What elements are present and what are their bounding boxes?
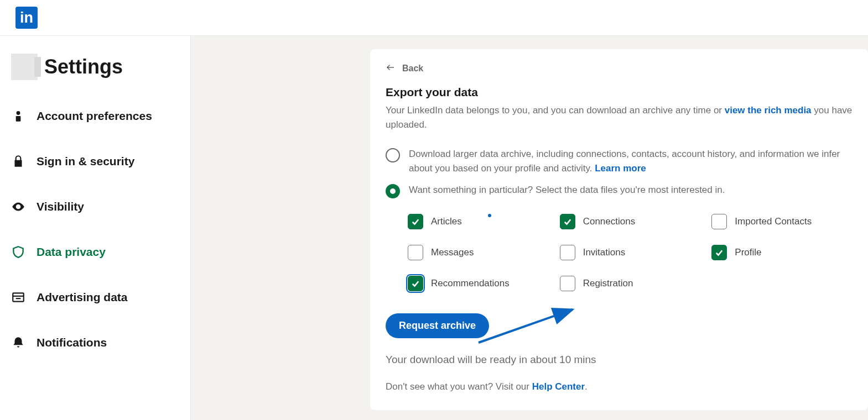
checkbox-label: Imported Contacts [735, 216, 812, 227]
content-area: Back Export your data Your LinkedIn data… [191, 36, 868, 420]
checkbox-label: Messages [431, 247, 474, 258]
radio-full-archive[interactable] [386, 148, 400, 162]
bell-icon [11, 335, 25, 350]
checkbox-label: Invitations [583, 247, 626, 258]
request-archive-button[interactable]: Request archive [386, 313, 489, 338]
linkedin-logo[interactable]: in [15, 7, 38, 29]
svg-rect-2 [13, 293, 24, 301]
help-center-link[interactable]: Help Center [532, 381, 585, 392]
settings-sidebar: Settings Account preferences Sign in & s… [0, 36, 191, 420]
person-icon [11, 109, 25, 123]
checkbox-registration[interactable] [560, 276, 575, 291]
sidebar-item-notifications[interactable]: Notifications [0, 320, 190, 365]
section-description: Your LinkedIn data belongs to you, and y… [386, 103, 853, 132]
download-note: Your download will be ready in about 10 … [386, 354, 853, 366]
decorative-dot [488, 214, 491, 217]
section-title: Export your data [386, 86, 853, 99]
radio-particular[interactable] [386, 184, 400, 198]
export-data-card: Back Export your data Your LinkedIn data… [370, 49, 868, 410]
checkbox-label: Profile [735, 247, 761, 258]
avatar [11, 54, 38, 80]
sidebar-item-label: Account preferences [37, 109, 152, 123]
svg-rect-1 [16, 116, 21, 122]
back-button[interactable]: Back [386, 62, 853, 75]
sidebar-item-label: Data privacy [37, 245, 106, 259]
lock-icon [11, 154, 25, 169]
checkbox-label: Registration [583, 278, 633, 289]
newspaper-icon [11, 290, 25, 305]
sidebar-item-label: Advertising data [37, 291, 128, 304]
radio-option-particular[interactable]: Want something in particular? Select the… [386, 183, 853, 198]
checkbox-messages[interactable] [408, 245, 423, 260]
sidebar-item-sign-in-security[interactable]: Sign in & security [0, 139, 190, 184]
radio-option-full-archive[interactable]: Download larger data archive, including … [386, 147, 853, 175]
sidebar-item-label: Sign in & security [37, 155, 134, 168]
sidebar-item-data-privacy[interactable]: Data privacy [0, 229, 190, 275]
checkbox-item-invitations[interactable]: Invitations [560, 245, 701, 260]
checkbox-recommendations[interactable] [408, 276, 423, 291]
checkbox-item-messages[interactable]: Messages [408, 245, 549, 260]
shield-icon [11, 245, 25, 259]
checkbox-item-imported-contacts[interactable]: Imported Contacts [711, 214, 853, 229]
view-rich-media-link[interactable]: view the rich media [725, 105, 812, 116]
checkbox-label: Connections [583, 216, 636, 227]
back-label: Back [402, 64, 423, 74]
checkbox-label: Recommendations [431, 278, 510, 289]
checkbox-invitations[interactable] [560, 245, 575, 260]
global-header: in [0, 0, 868, 36]
checkbox-item-registration[interactable]: Registration [560, 276, 701, 291]
sidebar-item-label: Visibility [37, 200, 84, 213]
checkbox-item-profile[interactable]: Profile [711, 245, 853, 260]
eye-icon [11, 200, 25, 214]
checkbox-imported-contacts[interactable] [711, 214, 727, 229]
checkbox-connections[interactable] [560, 214, 575, 229]
checkbox-grid: ArticlesConnectionsImported ContactsMess… [386, 214, 853, 291]
checkbox-item-connections[interactable]: Connections [560, 214, 701, 229]
sidebar-item-advertising-data[interactable]: Advertising data [0, 275, 190, 320]
checkbox-label: Articles [431, 216, 462, 227]
arrow-left-icon [386, 62, 396, 75]
help-note: Don't see what you want? Visit our Help … [386, 381, 853, 392]
sidebar-item-visibility[interactable]: Visibility [0, 184, 190, 229]
checkbox-articles[interactable] [408, 214, 423, 229]
svg-point-0 [17, 111, 20, 115]
checkbox-item-recommendations[interactable]: Recommendations [408, 276, 549, 291]
page-title: Settings [44, 55, 123, 78]
sidebar-item-label: Notifications [37, 336, 107, 349]
learn-more-link[interactable]: Learn more [595, 163, 646, 174]
sidebar-item-account-preferences[interactable]: Account preferences [0, 93, 190, 139]
checkbox-profile[interactable] [711, 245, 727, 260]
checkbox-item-articles[interactable]: Articles [408, 214, 549, 229]
